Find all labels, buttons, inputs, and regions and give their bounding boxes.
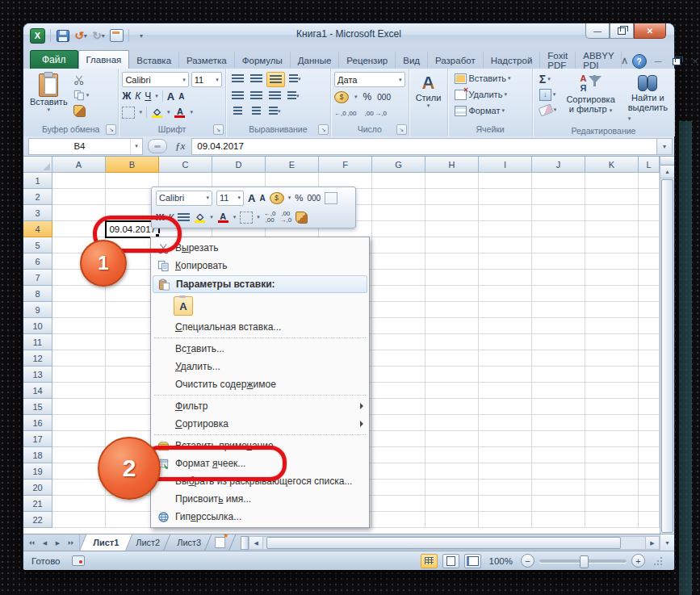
mini-comma-button[interactable]: 000: [307, 194, 321, 203]
cell-G10[interactable]: [372, 318, 425, 334]
first-sheet-icon[interactable]: ⏴⏴: [26, 537, 38, 549]
row-header-20[interactable]: 20: [23, 480, 52, 496]
cell-L15[interactable]: [639, 399, 660, 415]
vertical-split-handle[interactable]: [660, 157, 674, 166]
cell-J8[interactable]: [532, 286, 585, 302]
cell-H6[interactable]: [425, 254, 479, 270]
cell-I21[interactable]: [479, 496, 532, 512]
row-header-21[interactable]: 21: [23, 496, 52, 512]
cell-G6[interactable]: [372, 254, 425, 270]
mini-decrease-decimal-button[interactable]: ,00→,0: [279, 211, 291, 224]
menu-item-delete[interactable]: Удалить...: [153, 358, 367, 375]
font-color-button[interactable]: А: [174, 107, 186, 118]
cell-L7[interactable]: [639, 270, 660, 286]
cell-H4[interactable]: [425, 221, 479, 237]
tab-foxit-pdf[interactable]: Foxit PDF: [540, 52, 576, 69]
cell-A11[interactable]: [52, 334, 106, 350]
horizontal-scroll-thumb[interactable]: [266, 537, 621, 549]
format-cells-button[interactable]: Формат▾: [455, 104, 505, 117]
cell-G9[interactable]: [372, 302, 425, 318]
cell-K1[interactable]: [585, 173, 639, 189]
mini-grow-font-button[interactable]: A: [248, 192, 255, 204]
cell-J17[interactable]: [532, 431, 585, 447]
restore-button[interactable]: [610, 23, 634, 39]
merge-center-button[interactable]: ▾: [285, 89, 302, 103]
cell-J21[interactable]: [532, 496, 585, 512]
expand-formula-bar-icon[interactable]: ▾: [656, 138, 673, 155]
zoom-in-button[interactable]: +: [631, 554, 645, 568]
column-header-A[interactable]: A: [52, 157, 106, 173]
close-button[interactable]: ✕: [634, 23, 666, 39]
cell-L12[interactable]: [639, 350, 660, 367]
cell-styles-button[interactable]: A Стили ▾: [413, 72, 445, 111]
workbook-minimize-icon[interactable]: —: [652, 56, 665, 68]
tab-file[interactable]: Файл: [30, 50, 78, 69]
cell-J10[interactable]: [532, 318, 585, 334]
cell-H22[interactable]: [425, 512, 479, 528]
workbook-restore-icon[interactable]: [670, 56, 684, 68]
cell-G17[interactable]: [372, 431, 425, 447]
zoom-out-button[interactable]: −: [521, 554, 534, 568]
cell-I4[interactable]: [479, 221, 532, 237]
menu-item-cut[interactable]: Вырезать: [153, 239, 367, 257]
cell-H16[interactable]: [425, 415, 479, 431]
cell-L1[interactable]: [639, 173, 660, 189]
paste-button[interactable]: Вставить ▾: [27, 72, 71, 115]
cell-L13[interactable]: [639, 367, 660, 383]
mini-borders-button[interactable]: [240, 212, 253, 224]
dialog-launcher-icon[interactable]: ↘: [396, 124, 407, 135]
cell-L21[interactable]: [639, 496, 660, 512]
cell-G8[interactable]: [372, 286, 425, 302]
menu-item-hyperlink[interactable]: Гиперссылка...: [153, 508, 367, 526]
cell-J20[interactable]: [532, 480, 585, 496]
mini-fill-color-button[interactable]: ◇: [194, 212, 206, 223]
cell-G2[interactable]: [372, 189, 425, 205]
dialog-launcher-icon[interactable]: ↘: [213, 124, 224, 135]
row-header-10[interactable]: 10: [23, 318, 52, 334]
insert-sheet-tab[interactable]: [204, 534, 236, 551]
accounting-format-icon[interactable]: $: [334, 91, 349, 103]
cell-J11[interactable]: [532, 334, 585, 350]
cell-K19[interactable]: [585, 463, 639, 480]
minimize-button[interactable]: —: [585, 23, 610, 39]
cell-H13[interactable]: [425, 367, 479, 383]
comma-style-button[interactable]: 000: [377, 93, 391, 102]
cell-H7[interactable]: [425, 270, 479, 286]
cell-K6[interactable]: [585, 254, 639, 270]
cell-H15[interactable]: [425, 399, 479, 415]
fx-icon[interactable]: ƒx: [175, 140, 185, 153]
delete-cells-button[interactable]: Удалить▾: [455, 88, 507, 101]
cell-L2[interactable]: [639, 189, 660, 205]
row-header-18[interactable]: 18: [23, 447, 52, 463]
mini-percent-button[interactable]: %: [295, 193, 303, 203]
name-box-dropdown-icon[interactable]: ▾: [130, 139, 142, 154]
cell-J7[interactable]: [532, 270, 585, 286]
align-top-button[interactable]: [229, 72, 246, 86]
scroll-right-icon[interactable]: ▶: [645, 536, 660, 550]
align-bottom-button[interactable]: [266, 72, 285, 87]
cell-H17[interactable]: [425, 431, 479, 447]
cell-L17[interactable]: [639, 431, 660, 447]
mini-font-color-button[interactable]: А: [217, 212, 229, 223]
mini-shrink-font-button[interactable]: A: [259, 194, 265, 203]
cell-K18[interactable]: [585, 447, 639, 463]
tab-главная[interactable]: Главная: [78, 50, 130, 69]
mini-increase-decimal-button[interactable]: ←,0,00: [264, 211, 276, 224]
cell-G4[interactable]: [372, 221, 425, 237]
cell-A15[interactable]: [52, 399, 106, 415]
sheet-tab-sheet1[interactable]: Лист1: [79, 534, 133, 551]
zoom-slider[interactable]: [539, 559, 627, 563]
cell-J4[interactable]: [532, 221, 585, 237]
menu-item-define-name[interactable]: Присвоить имя...: [153, 490, 367, 508]
bold-button[interactable]: Ж: [122, 90, 131, 102]
cell-L16[interactable]: [639, 415, 660, 431]
grow-font-button[interactable]: А: [167, 90, 174, 103]
cell-A10[interactable]: [52, 318, 106, 334]
row-header-19[interactable]: 19: [23, 463, 52, 480]
find-select-button[interactable]: Найти ивыделить ▾: [625, 72, 671, 125]
cell-G18[interactable]: [372, 447, 425, 463]
row-header-15[interactable]: 15: [23, 399, 52, 415]
row-header-13[interactable]: 13: [23, 367, 52, 383]
tab-надстрой[interactable]: Надстрой: [484, 52, 541, 69]
cell-J14[interactable]: [532, 383, 585, 399]
